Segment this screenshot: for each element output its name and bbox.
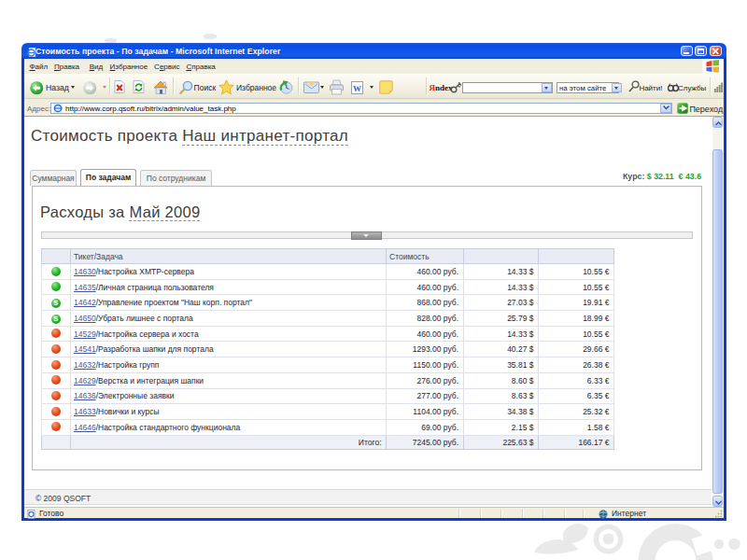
svg-text:W: W xyxy=(353,83,361,92)
